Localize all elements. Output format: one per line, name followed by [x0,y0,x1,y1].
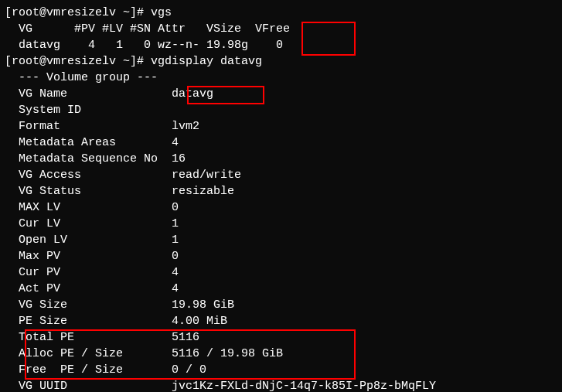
terminal-screen[interactable]: [root@vmresizelv ~]# vgs VG #PV #LV #SN … [0,0,562,392]
row-vg-name: VG Name datavg [5,86,562,102]
row-free-pe: Free PE / Size 0 / 0 [5,362,562,378]
shell-prompt: [root@vmresizelv ~]# [5,55,151,68]
row-vg-access: VG Access read/write [5,167,562,183]
row-max-pv: Max PV 0 [5,248,562,264]
row-metadata-sequence: Metadata Sequence No 16 [5,151,562,167]
row-vg-uuid: VG UUID jvc1Kz-FXLd-dNjC-14q7-k85I-Pp8z-… [5,378,562,392]
command-vgs: vgs [151,6,172,19]
row-metadata-areas: Metadata Areas 4 [5,135,562,151]
row-cur-lv: Cur LV 1 [5,216,562,232]
row-act-pv: Act PV 4 [5,281,562,297]
row-vg-status: VG Status resizable [5,183,562,199]
row-alloc-pe: Alloc PE / Size 5116 / 19.98 GiB [5,346,562,362]
vgs-row-datavg: datavg 4 1 0 wz--n- 19.98g 0 [5,37,562,53]
row-max-lv: MAX LV 0 [5,199,562,216]
row-total-pe: Total PE 5116 [5,329,562,346]
volume-group-separator: --- Volume group --- [5,70,562,86]
row-cur-pv: Cur PV 4 [5,264,562,281]
row-open-lv: Open LV 1 [5,232,562,248]
shell-prompt: [root@vmresizelv ~]# [5,6,151,19]
row-system-id: System ID [5,102,562,118]
row-format: Format lvm2 [5,118,562,135]
row-vg-size: VG Size 19.98 GiB [5,297,562,313]
command-vgdisplay: vgdisplay datavg [151,55,262,68]
vgs-header: VG #PV #LV #SN Attr VSize VFree [5,21,562,37]
prompt-line-2: [root@vmresizelv ~]# vgdisplay datavg [5,53,562,70]
prompt-line-1: [root@vmresizelv ~]# vgs [5,5,562,21]
row-pe-size: PE Size 4.00 MiB [5,313,562,329]
